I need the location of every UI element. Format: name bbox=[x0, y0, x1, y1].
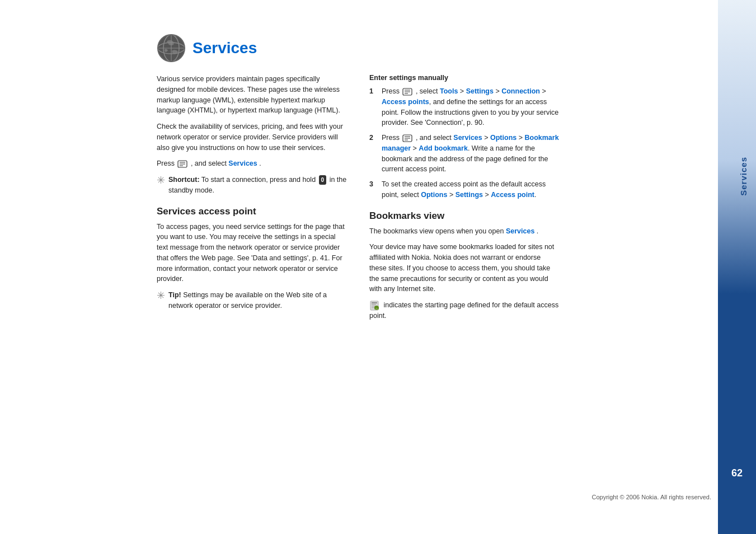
menu-key-icon bbox=[177, 160, 187, 168]
main-content: Services Various service providers maint… bbox=[0, 0, 756, 534]
shortcut-text-body: To start a connection, press and hold bbox=[201, 176, 318, 184]
tip-label: Tip! bbox=[168, 291, 181, 299]
step1-link-settings[interactable]: Settings bbox=[466, 87, 494, 95]
copyright-text: Copyright © 2006 Nokia. All rights reser… bbox=[591, 494, 711, 500]
right-column: Enter settings manually 1 Press bbox=[369, 74, 560, 327]
intro-para3-post: . bbox=[259, 160, 261, 167]
intro-para1: Various service providers maintain pages… bbox=[157, 74, 347, 116]
step-1-num: 1 bbox=[369, 86, 379, 97]
intro-para2: Check the availability of services, pric… bbox=[157, 121, 347, 153]
svg-text:⌂: ⌂ bbox=[375, 306, 378, 310]
step2-link-services[interactable]: Services bbox=[453, 134, 482, 142]
step-2: 2 Press , and selec bbox=[369, 133, 560, 175]
shortcut-tip-text: Shortcut: To start a connection, press a… bbox=[168, 175, 347, 196]
step-2-num: 2 bbox=[369, 133, 379, 143]
tip-body: Settings may be available on the Web sit… bbox=[168, 291, 327, 310]
services-link-intro[interactable]: Services bbox=[228, 160, 257, 167]
steps-list: 1 Press , select To bbox=[369, 86, 560, 200]
step-3: 3 To set the created access point as the… bbox=[369, 179, 560, 200]
globe-icon bbox=[157, 34, 186, 63]
tip-text-content: Tip! Settings may be available on the We… bbox=[168, 290, 347, 311]
step2-link-add-bookmark[interactable]: Add bookmark bbox=[419, 144, 468, 152]
bookmarks-para1: The bookmarks view opens when you open S… bbox=[369, 226, 560, 237]
intro-para3-pre: Press bbox=[157, 160, 175, 167]
step-1-content: Press , select Tools > Settings > Connec… bbox=[382, 86, 560, 128]
intro-para3-mid: , and select bbox=[191, 160, 228, 167]
bookmarks-para1-post: . bbox=[537, 227, 538, 235]
side-tab-gradient bbox=[718, 0, 756, 534]
page-title: Services bbox=[192, 39, 257, 57]
services-access-point-heading: Services access point bbox=[157, 206, 347, 217]
step-2-content: Press , and select Services > Options > … bbox=[382, 133, 560, 175]
enter-settings-heading: Enter settings manually bbox=[369, 74, 560, 82]
bookmark-page-icon: ⌂ bbox=[369, 301, 379, 311]
shortcut-tip: ✳ Shortcut: To start a connection, press… bbox=[157, 175, 347, 196]
step3-link-options[interactable]: Options bbox=[421, 191, 447, 199]
page-container: Services Various service providers maint… bbox=[0, 0, 756, 534]
page-number: 62 bbox=[731, 467, 743, 479]
menu-key-icon-1 bbox=[402, 88, 412, 96]
side-tab: Services 62 bbox=[718, 0, 756, 534]
bookmarks-view-heading: Bookmarks view bbox=[369, 210, 560, 222]
step1-link-access-points[interactable]: Access points bbox=[382, 98, 429, 106]
menu-key-icon-2 bbox=[402, 134, 412, 142]
intro-para3: Press , and select Services . bbox=[157, 158, 347, 169]
step-3-num: 3 bbox=[369, 179, 379, 190]
left-column: Various service providers maintain pages… bbox=[157, 74, 347, 327]
shortcut-label: Shortcut: bbox=[168, 176, 200, 184]
services-access-para1: To access pages, you need service settin… bbox=[157, 222, 347, 285]
step-3-content: To set the created access point as the d… bbox=[382, 179, 560, 200]
shortcut-starburst-icon: ✳ bbox=[157, 175, 165, 185]
bookmarks-para1-pre: The bookmarks view opens when you open bbox=[369, 227, 504, 235]
tip-box: ✳ Tip! Settings may be available on the … bbox=[157, 290, 347, 311]
step1-link-connection[interactable]: Connection bbox=[501, 87, 540, 95]
step3-link-settings[interactable]: Settings bbox=[456, 191, 483, 199]
step3-link-access-point[interactable]: Access point bbox=[491, 191, 534, 199]
zero-key: 0 bbox=[319, 175, 327, 185]
two-column-layout: Various service providers maintain pages… bbox=[157, 74, 734, 327]
page-number-box: 62 bbox=[718, 461, 756, 485]
step-1: 1 Press , select To bbox=[369, 86, 560, 128]
step1-link-tools[interactable]: Tools bbox=[440, 87, 458, 95]
tip-starburst-icon: ✳ bbox=[157, 291, 165, 301]
svg-rect-19 bbox=[372, 302, 377, 303]
page-header: Services bbox=[157, 34, 734, 63]
bookmarks-para3-text: indicates the starting page defined for … bbox=[369, 301, 558, 320]
svg-rect-20 bbox=[372, 304, 376, 305]
side-tab-label: Services bbox=[739, 157, 748, 196]
bookmarks-services-link[interactable]: Services bbox=[506, 227, 534, 235]
bookmarks-para3: ⌂ indicates the starting page defined fo… bbox=[369, 300, 560, 321]
step2-link-options[interactable]: Options bbox=[490, 134, 516, 142]
bookmarks-para2: Your device may have some bookmarks load… bbox=[369, 242, 560, 294]
